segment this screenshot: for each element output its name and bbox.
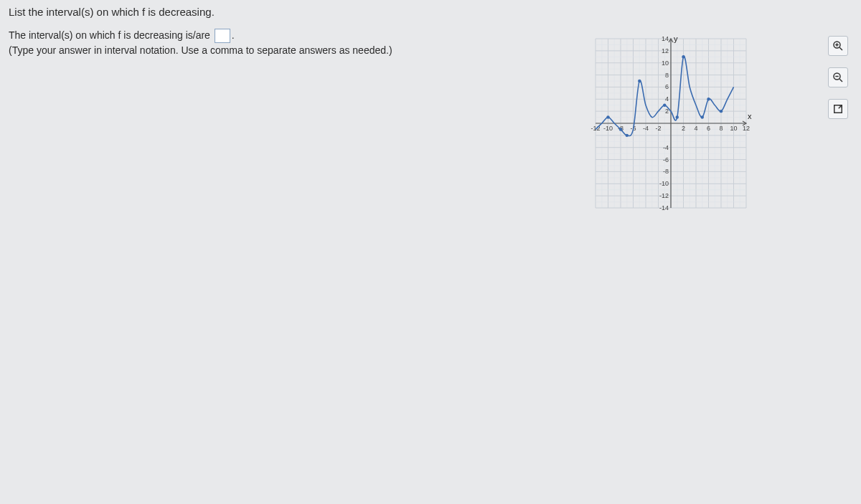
- svg-text:-10: -10: [659, 180, 669, 187]
- svg-point-84: [619, 128, 622, 130]
- svg-text:-12: -12: [659, 192, 669, 199]
- svg-text:x: x: [748, 112, 752, 120]
- svg-text:10: 10: [662, 60, 669, 67]
- svg-text:2: 2: [682, 125, 685, 132]
- svg-text:12: 12: [743, 125, 750, 132]
- svg-text:10: 10: [730, 125, 737, 132]
- zoom-in-icon: [832, 39, 844, 52]
- svg-text:-10: -10: [603, 125, 613, 132]
- svg-text:-4: -4: [663, 144, 669, 151]
- graph-svg: -12-10-8-6-4-224681012-14-12-10-8-6-4246…: [588, 34, 753, 212]
- svg-point-91: [707, 98, 710, 100]
- svg-text:-4: -4: [643, 125, 649, 132]
- svg-point-86: [638, 80, 641, 82]
- answer-line: The interval(s) on which f is decreasing…: [9, 28, 580, 43]
- question-title: List the interval(s) on which f is decre…: [9, 6, 580, 18]
- svg-line-98: [839, 79, 842, 82]
- svg-point-90: [701, 115, 704, 118]
- svg-text:-6: -6: [663, 156, 669, 163]
- svg-text:6: 6: [707, 125, 710, 132]
- svg-text:14: 14: [662, 35, 669, 42]
- svg-point-89: [682, 55, 684, 58]
- expand-button[interactable]: [828, 99, 848, 119]
- svg-point-87: [663, 104, 666, 107]
- svg-text:-2: -2: [655, 125, 661, 132]
- answer-hint: (Type your answer in interval notation. …: [9, 44, 580, 56]
- svg-point-85: [626, 134, 629, 137]
- svg-text:-8: -8: [663, 168, 669, 175]
- svg-text:y: y: [674, 34, 678, 43]
- answer-prefix: The interval(s) on which f is decreasing…: [9, 29, 213, 41]
- side-tools: [828, 36, 848, 119]
- zoom-out-button[interactable]: [828, 67, 848, 87]
- svg-text:6: 6: [665, 83, 669, 90]
- svg-point-88: [676, 115, 679, 118]
- zoom-in-button[interactable]: [828, 36, 848, 56]
- graph: -12-10-8-6-4-224681012-14-12-10-8-6-4246…: [588, 34, 753, 212]
- svg-point-92: [720, 110, 723, 113]
- svg-text:-14: -14: [659, 204, 669, 211]
- svg-text:4: 4: [694, 125, 697, 132]
- svg-text:4: 4: [665, 95, 669, 103]
- svg-line-94: [839, 47, 842, 50]
- svg-point-83: [606, 115, 609, 118]
- answer-suffix: .: [232, 29, 235, 41]
- answer-input[interactable]: [215, 29, 230, 43]
- svg-text:8: 8: [719, 125, 723, 132]
- zoom-out-icon: [832, 71, 844, 84]
- svg-text:8: 8: [665, 72, 669, 79]
- expand-icon: [832, 103, 844, 115]
- svg-text:12: 12: [662, 47, 669, 54]
